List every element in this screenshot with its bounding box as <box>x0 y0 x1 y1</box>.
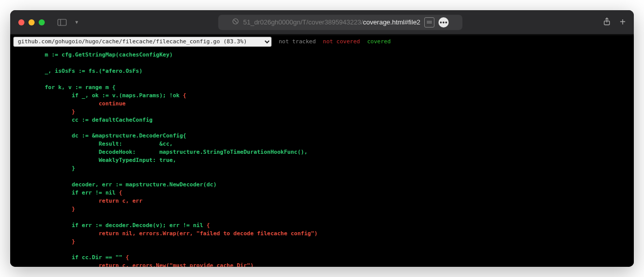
legend-not-tracked: not tracked <box>279 38 316 45</box>
titlebar: ▾ 51_dr026gh0000gn/T/cover3895943223/cov… <box>10 10 634 35</box>
share-icon[interactable] <box>602 17 611 28</box>
legend-covered: covered <box>367 38 391 45</box>
close-window-button[interactable] <box>18 19 24 25</box>
coverage-toolbar: github.com/gohugoio/hugo/cache/filecache… <box>10 35 634 48</box>
reader-mode-icon[interactable] <box>424 17 434 27</box>
sidebar-toggle-button[interactable] <box>55 17 69 28</box>
traffic-lights <box>18 19 45 25</box>
coverage-source: m := cfg.GetStringMap(cachesConfigKey) _… <box>10 51 634 267</box>
zoom-window-button[interactable] <box>39 19 45 25</box>
page-settings-icon[interactable]: ••• <box>438 17 449 27</box>
address-bar[interactable]: 51_dr026gh0000gn/T/cover3895943223/cover… <box>218 15 462 30</box>
svg-line-3 <box>234 20 237 23</box>
privacy-report-icon <box>232 18 239 26</box>
code-area[interactable]: m := cfg.GetStringMap(cachesConfigKey) _… <box>10 48 634 267</box>
legend-not-covered: not covered <box>323 38 360 45</box>
new-tab-button[interactable]: + <box>620 16 626 28</box>
minimize-window-button[interactable] <box>28 19 35 25</box>
toolbar-right: + <box>602 16 626 28</box>
file-select[interactable]: github.com/gohugoio/hugo/cache/filecache… <box>13 37 272 47</box>
svg-rect-0 <box>58 19 67 25</box>
url-text: 51_dr026gh0000gn/T/cover3895943223/cover… <box>243 18 420 26</box>
tab-dropdown-chevron-icon[interactable]: ▾ <box>75 19 78 25</box>
browser-window: ▾ 51_dr026gh0000gn/T/cover3895943223/cov… <box>10 10 634 267</box>
